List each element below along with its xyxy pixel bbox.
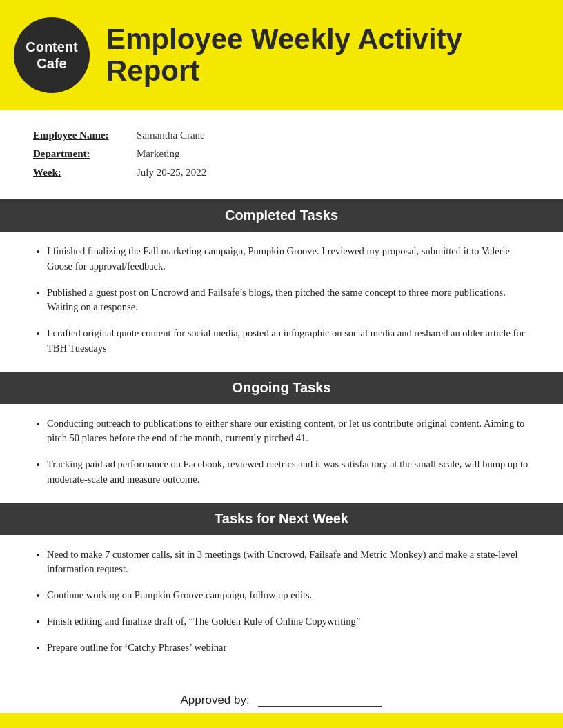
next-week-tasks-list: Need to make 7 customer calls, sit in 3 … [0, 535, 563, 671]
department-value: Marketing [137, 148, 179, 160]
week-label: Week: [33, 167, 137, 179]
report-title: Employee Weekly Activity Report [106, 23, 544, 87]
approved-line [258, 692, 382, 707]
next-week-tasks-section: Tasks for Next Week Need to make 7 custo… [0, 503, 563, 671]
approved-label: Approved by: [181, 694, 250, 707]
employee-value: Samantha Crane [137, 130, 205, 141]
week-row: Week: July 20-25, 2022 [33, 167, 530, 179]
employee-row: Employee Name: Samantha Crane [33, 130, 530, 141]
ongoing-task-item: Conducting outreach to publications to e… [47, 416, 530, 447]
page-header: ContentCafe Employee Weekly Activity Rep… [0, 0, 563, 110]
week-value: July 20-25, 2022 [137, 167, 206, 179]
logo-text: ContentCafe [26, 39, 78, 72]
completed-task-item: Published a guest post on Uncrowd and Fa… [47, 285, 530, 316]
next-week-task-item: Need to make 7 customer calls, sit in 3 … [47, 547, 530, 578]
next-week-task-item: Prepare outline for ‘Catchy Phrases’ web… [47, 640, 530, 656]
bottom-bar [0, 713, 563, 728]
department-label: Department: [33, 148, 137, 160]
employee-label: Employee Name: [33, 130, 137, 141]
ongoing-tasks-list: Conducting outreach to publications to e… [0, 404, 563, 503]
department-row: Department: Marketing [33, 148, 530, 160]
completed-tasks-header: Completed Tasks [0, 199, 563, 232]
ongoing-tasks-header: Ongoing Tasks [0, 372, 563, 404]
completed-tasks-section: Completed Tasks I finished finalizing th… [0, 199, 563, 372]
logo: ContentCafe [14, 17, 90, 93]
next-week-tasks-header: Tasks for Next Week [0, 503, 563, 535]
ongoing-task-item: Tracking paid-ad performance on Facebook… [47, 457, 530, 487]
next-week-task-item: Finish editing and finalize draft of, “T… [47, 614, 530, 629]
completed-task-item: I finished finalizing the Fall marketing… [47, 244, 530, 274]
ongoing-tasks-section: Ongoing Tasks Conducting outreach to pub… [0, 372, 563, 503]
completed-task-item: I crafted original quote content for soc… [47, 326, 530, 356]
next-week-task-item: Continue working on Pumpkin Groove campa… [47, 588, 530, 603]
info-section: Employee Name: Samantha Crane Department… [0, 110, 563, 199]
completed-tasks-list: I finished finalizing the Fall marketing… [0, 232, 563, 372]
